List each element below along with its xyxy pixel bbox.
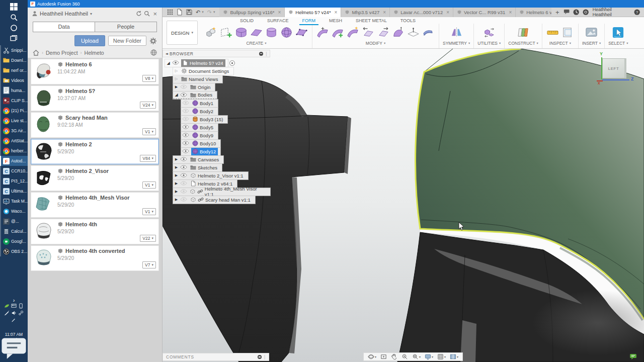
browser-node[interactable]: ▶Sketches [163, 163, 270, 171]
browser-node[interactable]: Body10 [163, 139, 270, 147]
browser-node[interactable]: ▶Origin [163, 83, 270, 91]
visibility-eye-icon[interactable] [182, 117, 190, 122]
browser-node[interactable]: ◢Bodies [163, 91, 270, 99]
document-tab[interactable]: Helmeto 6 v8× [516, 8, 551, 17]
browser-header[interactable]: ◂◂ BROWSER | [163, 50, 270, 57]
notifications-icon[interactable] [583, 9, 589, 16]
tree-expand-icon[interactable]: ▶ [174, 198, 179, 202]
ribbon-tab-form[interactable]: FORM [299, 18, 319, 25]
taskbar-item-chrome[interactable]: 3G Air... [0, 126, 28, 136]
browser-node[interactable]: ▷Document Settings [163, 67, 270, 75]
taskbar-item-wacom[interactable]: Waco... [0, 206, 28, 216]
taskbar-item-hangouts[interactable]: Googl... [0, 236, 28, 246]
browser-node[interactable]: Body5 [163, 123, 270, 131]
data-item[interactable]: Scary head Man9:02:18 AMV1▾ [31, 112, 159, 138]
browser-node[interactable]: ▶Scary head Man v1:1 [163, 196, 270, 204]
taskbar-item-obs[interactable]: OBS 2... [0, 246, 28, 256]
data-panel-tab-people[interactable]: People [95, 22, 156, 32]
tree-expand-icon[interactable]: ▶ [174, 85, 179, 89]
taskbar-item-fusion[interactable]: FAutod... [0, 156, 28, 166]
task-view-icon[interactable] [10, 35, 18, 42]
comment-marker-icon[interactable] [629, 353, 637, 360]
taskbar-item-ime[interactable]: @... [0, 216, 28, 226]
ribbon-tab-sheet-metal[interactable]: SHEET METAL [353, 18, 390, 25]
visibility-eye-icon[interactable] [182, 149, 190, 154]
breadcrumb-item[interactable]: Demo Project [46, 50, 78, 56]
gear-icon[interactable] [149, 37, 157, 45]
browser-node[interactable]: Body2 [163, 107, 270, 115]
redo-button[interactable]: ↷ [207, 10, 212, 15]
data-item[interactable]: Helmeto 5?10:37:07 AMV24▾ [31, 85, 159, 111]
measure-icon[interactable] [546, 26, 559, 39]
document-tab[interactable]: Lavar Ac...000 v712× [390, 8, 453, 17]
tree-expand-icon[interactable]: ▶ [174, 190, 179, 194]
browser-node[interactable]: Body9 [163, 131, 270, 139]
viewports-button[interactable]: ▾ [448, 353, 460, 360]
breadcrumb-item[interactable]: Helmeto [85, 50, 104, 56]
cortana-icon[interactable] [10, 24, 18, 32]
version-badge[interactable]: V22▾ [140, 235, 156, 242]
visibility-eye-icon[interactable] [180, 197, 188, 202]
cylinder-icon[interactable] [265, 26, 278, 39]
insert-point-icon[interactable] [361, 26, 375, 39]
ribbon-tab-solid[interactable]: SOLID [237, 18, 257, 25]
panel-grip[interactable]: | [266, 51, 267, 56]
tray-phone-icon[interactable] [18, 303, 24, 309]
insert-edge-icon[interactable] [331, 26, 345, 39]
close-icon[interactable]: × [333, 10, 338, 15]
flatten-icon[interactable] [407, 26, 420, 39]
close-panel-button[interactable]: × [152, 10, 158, 18]
merge-edge-icon[interactable] [376, 26, 390, 39]
window-titlebar[interactable]: F Autodesk Fusion 360 [28, 0, 644, 8]
tree-expand-icon[interactable]: ▶ [174, 182, 179, 186]
construction-planes-icon[interactable] [517, 26, 530, 39]
mirror-symmetry-icon[interactable] [450, 26, 463, 39]
workspace-switcher[interactable]: DESIGN ▾ [167, 21, 198, 45]
tray-expand-button[interactable]: › [13, 298, 15, 302]
tree-expand-icon[interactable]: ▷ [174, 69, 179, 73]
visibility-eye-icon[interactable] [172, 60, 180, 65]
display-settings-button[interactable]: ▾ [423, 353, 435, 360]
search-icon[interactable] [144, 11, 150, 17]
visibility-eye-icon[interactable] [180, 189, 188, 194]
toolbar-group-label[interactable]: MODIFY▾ [366, 41, 385, 46]
section-analysis-icon[interactable] [561, 26, 575, 39]
tray-pen-icon[interactable] [11, 317, 17, 323]
document-tab[interactable]: Bullpup Spring v116*× [219, 8, 285, 17]
toolbar-group-label[interactable]: SYMMETRY▾ [443, 41, 470, 46]
taskbar-item-calc[interactable]: Calcul... [0, 226, 28, 236]
tree-expand-icon[interactable]: ▷ [174, 77, 179, 81]
visibility-eye-icon[interactable] [182, 133, 190, 138]
document-tab[interactable]: Vector C... R99 v31× [453, 8, 516, 17]
comment-icon[interactable] [564, 9, 570, 16]
insert-canvas-icon[interactable] [585, 26, 598, 39]
taskbar-item-folder[interactable]: nerf or... [0, 65, 28, 75]
sphere-icon[interactable] [280, 26, 293, 39]
close-icon[interactable]: × [381, 10, 386, 15]
new-tab-button[interactable]: + [551, 9, 564, 16]
data-item[interactable]: Helmeto 25/29/20V84▾ [31, 139, 159, 164]
toolbar-group-label[interactable]: SELECT▾ [608, 41, 628, 46]
taskbar-item-folder-video[interactable]: Videos [0, 75, 28, 85]
tray-stylus-icon[interactable] [4, 310, 10, 316]
save-icon[interactable] [186, 9, 192, 15]
taskbar-item-snip[interactable]: Snippi... [0, 45, 28, 55]
job-status-icon[interactable] [573, 9, 579, 16]
tray-display-icon[interactable] [11, 303, 17, 309]
convert-icon[interactable] [482, 26, 496, 39]
subdivide-icon[interactable] [346, 26, 360, 39]
activate-component-radio[interactable] [229, 60, 235, 66]
help-icon[interactable]: ? [634, 9, 640, 16]
toolbar-group-label[interactable]: INSPECT▾ [549, 41, 571, 46]
app-grid-icon[interactable] [167, 9, 173, 15]
globe-icon[interactable] [150, 49, 157, 56]
box-icon[interactable] [234, 26, 248, 39]
collapse-icon[interactable]: ◂◂ [166, 52, 167, 56]
browser-node[interactable]: ▷Named Views [163, 75, 270, 83]
select-icon[interactable] [611, 26, 625, 39]
layout-grid-button[interactable]: ▾ [436, 353, 447, 360]
plane-icon[interactable] [250, 26, 263, 39]
version-badge[interactable]: V1▾ [142, 208, 156, 215]
close-icon[interactable]: × [445, 10, 449, 15]
thicken-icon[interactable] [422, 26, 435, 39]
